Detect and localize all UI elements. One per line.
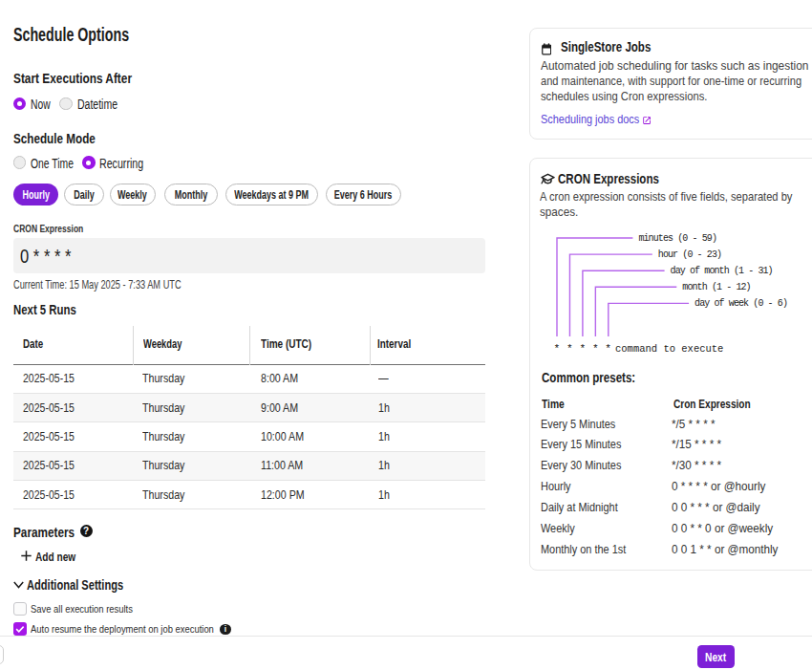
svg-text:day of week (0 - 6): day of week (0 - 6) bbox=[694, 298, 787, 309]
svg-text:hour (0 - 23): hour (0 - 23) bbox=[658, 249, 721, 260]
svg-text:command to execute: command to execute bbox=[615, 343, 723, 355]
svg-text:* * * * *: * * * * * bbox=[554, 343, 611, 355]
svg-text:minutes (0 - 59): minutes (0 - 59) bbox=[638, 233, 716, 244]
svg-text:day of month (1 - 31): day of month (1 - 31) bbox=[671, 266, 773, 276]
svg-text:month (1 - 12): month (1 - 12) bbox=[682, 282, 750, 292]
